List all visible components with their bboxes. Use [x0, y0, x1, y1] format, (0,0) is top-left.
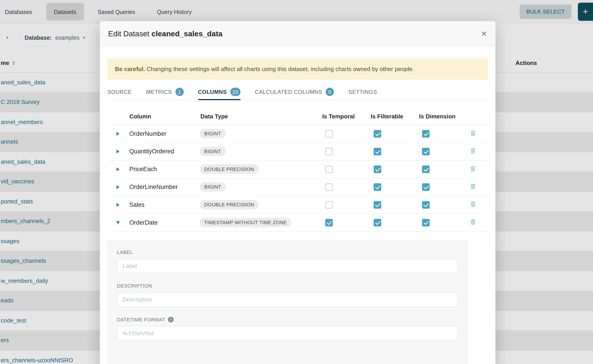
datetime-format-field-title: DATETIME FORMAT i — [117, 317, 458, 322]
datetime-format-field-group: DATETIME FORMAT i — [117, 317, 458, 341]
data-type-pill: BIGINT — [200, 182, 226, 192]
edit-dataset-modal: Edit Dataset cleaned_sales_data ✕ Be car… — [100, 21, 495, 364]
modal-body: Be careful. Changing these settings will… — [100, 59, 495, 364]
tab-settings[interactable]: SETTINGS — [348, 84, 377, 100]
is-filterable-checkbox[interactable] — [374, 219, 381, 227]
modal-title-prefix: Edit Dataset — [108, 29, 149, 38]
header-is-filterable: Is Filterable — [370, 113, 418, 120]
calculated-columns-count-badge: 0 — [326, 88, 334, 96]
description-input[interactable] — [117, 292, 458, 307]
is-filterable-checkbox[interactable] — [374, 183, 381, 191]
header-is-temporal: Is Temporal — [322, 113, 370, 120]
is-dimension-checkbox[interactable] — [422, 219, 430, 227]
expand-caret-icon[interactable] — [116, 185, 119, 189]
metrics-count-badge: 1 — [175, 88, 184, 96]
column-row: PriceEach DOUBLE PRECISION — [107, 161, 488, 178]
delete-column-icon[interactable] — [470, 183, 476, 190]
is-temporal-checkbox[interactable] — [325, 130, 333, 137]
description-field-group: DESCRIPTION — [117, 283, 458, 307]
columns-count-badge: 25 — [230, 88, 241, 96]
column-row: QuantityOrdered BIGINT — [107, 143, 488, 161]
is-temporal-checkbox[interactable] — [325, 219, 333, 227]
is-dimension-checkbox[interactable] — [422, 201, 430, 209]
warning-banner: Be careful. Changing these settings will… — [107, 59, 488, 80]
columns-table: OrderNumber BIGINT QuantityOrdered BIGIN… — [107, 125, 488, 232]
is-temporal-checkbox[interactable] — [325, 148, 333, 155]
tab-columns-label: COLUMNS — [198, 89, 227, 95]
tab-settings-label: SETTINGS — [348, 89, 377, 95]
description-field-title: DESCRIPTION — [117, 283, 458, 289]
modal-header: Edit Dataset cleaned_sales_data ✕ — [100, 21, 495, 46]
label-field-title: LABEL — [117, 249, 458, 255]
expand-caret-icon[interactable] — [116, 132, 119, 136]
warning-text: Changing these settings will affect all … — [147, 66, 414, 72]
is-dimension-checkbox[interactable] — [422, 148, 430, 155]
column-name: OrderNumber — [129, 130, 200, 137]
app-root: Databases Datasets Saved Queries Query H… — [0, 0, 593, 364]
close-icon[interactable]: ✕ — [481, 29, 487, 38]
expand-caret-icon[interactable] — [116, 203, 119, 207]
is-filterable-checkbox[interactable] — [374, 130, 381, 137]
tab-source[interactable]: SOURCE — [107, 84, 132, 100]
label-field-group: LABEL — [117, 249, 458, 273]
modal-dataset-name: cleaned_sales_data — [152, 29, 223, 38]
column-name: OrderLineNumber — [129, 184, 200, 190]
delete-column-icon[interactable] — [470, 130, 476, 136]
data-type-pill: DOUBLE PRECISION — [200, 164, 259, 174]
column-row: OrderNumber BIGINT — [107, 125, 488, 143]
modal-tabs: SOURCE METRICS 1 COLUMNS 25 CALCULATED C… — [107, 84, 488, 100]
column-name: QuantityOrdered — [129, 148, 200, 155]
column-name: OrderDate — [129, 219, 200, 226]
data-type-pill: BIGINT — [200, 147, 226, 156]
delete-column-icon[interactable] — [470, 201, 476, 207]
expand-caret-icon[interactable] — [116, 221, 120, 224]
is-filterable-checkbox[interactable] — [374, 201, 381, 209]
tab-calculated-columns-label: CALCULATED COLUMNS — [255, 89, 322, 95]
is-dimension-checkbox[interactable] — [422, 183, 430, 191]
expand-caret-icon[interactable] — [116, 150, 119, 153]
expand-caret-icon[interactable] — [116, 167, 119, 171]
delete-column-icon[interactable] — [470, 165, 476, 172]
is-filterable-checkbox[interactable] — [374, 148, 381, 155]
datetime-format-input[interactable] — [117, 326, 458, 341]
is-temporal-checkbox[interactable] — [325, 183, 333, 191]
is-temporal-checkbox[interactable] — [325, 201, 333, 209]
tab-metrics-label: METRICS — [146, 89, 172, 95]
tab-calculated-columns[interactable]: CALCULATED COLUMNS 0 — [255, 84, 334, 100]
info-icon[interactable]: i — [168, 317, 174, 322]
column-row: OrderLineNumber BIGINT — [107, 178, 488, 196]
delete-column-icon[interactable] — [470, 147, 476, 154]
modal-title: Edit Dataset cleaned_sales_data — [108, 29, 223, 38]
is-dimension-checkbox[interactable] — [422, 130, 430, 137]
is-filterable-checkbox[interactable] — [374, 166, 381, 173]
column-row: Sales DOUBLE PRECISION — [107, 196, 488, 214]
is-dimension-checkbox[interactable] — [422, 166, 430, 173]
data-type-pill: BIGINT — [200, 129, 226, 138]
delete-column-icon[interactable] — [470, 218, 476, 225]
column-name: PriceEach — [129, 166, 200, 173]
tab-metrics[interactable]: METRICS 1 — [146, 84, 184, 100]
header-is-dimension: Is Dimension — [418, 113, 468, 120]
column-editor-panel: LABEL DESCRIPTION DATETIME FORMAT i — [107, 240, 468, 364]
data-type-pill: DOUBLE PRECISION — [200, 200, 259, 209]
column-row: OrderDate TIMESTAMP WITHOUT TIME ZONE — [107, 214, 488, 232]
datetime-format-title-text: DATETIME FORMAT — [117, 317, 165, 322]
column-name: Sales — [129, 202, 200, 208]
tab-source-label: SOURCE — [107, 89, 132, 95]
columns-table-header: Column Data Type Is Temporal Is Filterab… — [107, 108, 488, 125]
is-temporal-checkbox[interactable] — [325, 166, 333, 173]
header-column: Column — [129, 113, 200, 120]
label-input[interactable] — [117, 259, 458, 273]
warning-bold: Be careful. — [115, 66, 145, 72]
header-data-type: Data Type — [200, 113, 322, 120]
data-type-pill: TIMESTAMP WITHOUT TIME ZONE — [200, 218, 291, 227]
tab-columns[interactable]: COLUMNS 25 — [198, 84, 240, 100]
